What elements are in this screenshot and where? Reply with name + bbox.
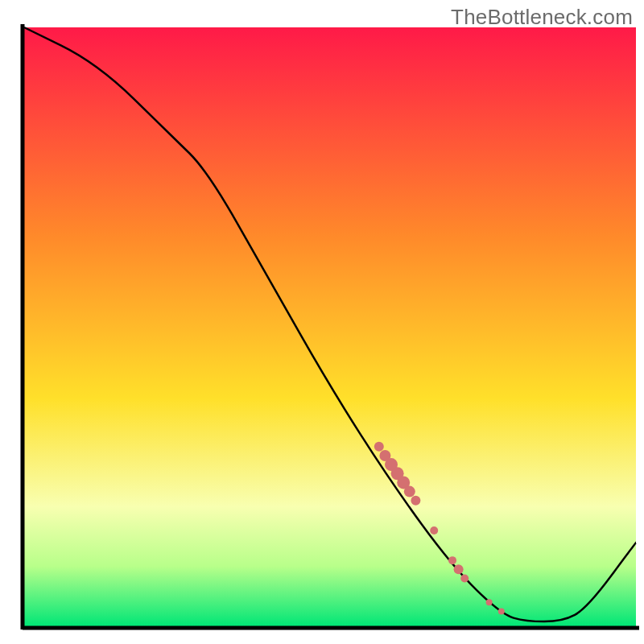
plot-background: [24, 27, 636, 626]
data-marker: [498, 608, 505, 614]
data-marker: [430, 526, 438, 535]
watermark-text: TheBottleneck.com: [451, 5, 633, 30]
data-marker: [374, 442, 384, 452]
data-marker: [486, 599, 493, 605]
data-marker: [411, 496, 420, 506]
data-marker: [460, 574, 469, 582]
data-marker: [448, 556, 456, 564]
data-marker: [454, 564, 464, 574]
bottleneck-chart: TheBottleneck.com: [0, 0, 644, 644]
data-marker: [404, 486, 415, 497]
chart-svg: [0, 0, 644, 644]
